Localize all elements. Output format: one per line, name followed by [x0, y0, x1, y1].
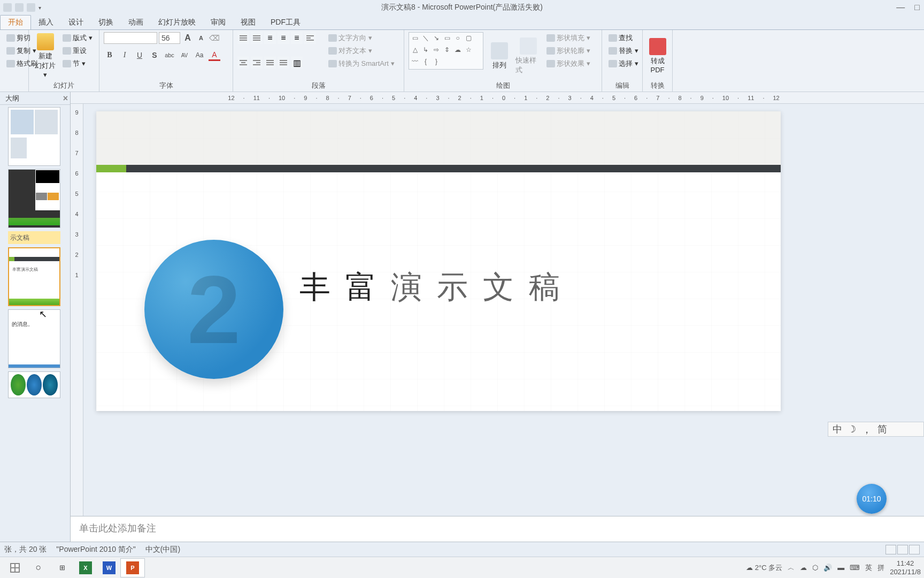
align-center-button[interactable] — [237, 57, 249, 69]
change-case-button[interactable]: Aa — [194, 49, 205, 61]
shapes-gallery[interactable]: ▭ ＼ ↘ ▭ ○ ▢ △ ↳ ⇨ ⇕ ☁ ☆ 〰 { } — [409, 32, 483, 70]
volume-icon[interactable]: 🔊 — [823, 564, 832, 572]
bold-button[interactable]: B — [104, 49, 116, 61]
char-spacing-button[interactable]: AV — [179, 49, 190, 61]
ime-indicator-1[interactable]: 英 — [865, 563, 872, 573]
shape-block-arrow[interactable]: ⇨ — [432, 45, 441, 54]
select-button[interactable]: 选择 ▾ — [606, 58, 641, 70]
shape-arrow[interactable]: ↘ — [432, 34, 441, 42]
sorter-view-button[interactable] — [897, 545, 908, 554]
onedrive-icon[interactable]: ☁ — [800, 564, 807, 572]
convert-pdf-button[interactable]: 转成 PDF — [647, 32, 668, 80]
font-name-input[interactable] — [104, 32, 157, 44]
text-direction-button[interactable]: 文字方向 ▾ — [326, 32, 397, 44]
bullets-button[interactable] — [237, 32, 249, 44]
excel-taskbar-button[interactable]: X — [74, 559, 97, 577]
replace-button[interactable]: 替换 ▾ — [606, 45, 641, 57]
ime-panel[interactable]: 中 ☽ ， 简 — [828, 422, 924, 437]
underline-button[interactable]: U — [134, 49, 145, 61]
task-view-button[interactable]: ⊞ — [50, 559, 74, 577]
justify-button[interactable] — [264, 57, 276, 69]
vertical-ruler[interactable]: 987654321 — [71, 104, 83, 516]
powerpoint-taskbar-button[interactable]: P — [121, 559, 144, 577]
thumbnail-slide-next2[interactable] — [8, 371, 60, 398]
language-status[interactable]: 中文(中国) — [145, 545, 180, 554]
distribute-button[interactable] — [278, 57, 289, 69]
reading-view-button[interactable] — [909, 545, 920, 554]
smartart-button[interactable]: 转换为 SmartArt ▾ — [326, 58, 397, 70]
shrink-font-button[interactable]: A — [195, 32, 207, 44]
shape-line[interactable]: ＼ — [421, 34, 430, 42]
clock[interactable]: 11:42 2021/11/8 — [890, 559, 921, 576]
tab-transitions[interactable]: 切换 — [91, 16, 121, 29]
close-pane-button[interactable]: × — [63, 94, 68, 103]
align-text-button[interactable]: 对齐文本 ▾ — [326, 45, 397, 57]
shape-updown-arrow[interactable]: ⇕ — [442, 45, 452, 54]
keyboard-icon[interactable]: ⌨ — [850, 564, 860, 572]
ime-punct[interactable]: ， — [861, 422, 872, 437]
ime-mode[interactable]: 简 — [877, 423, 887, 436]
thumbnail-slide-prev2[interactable] — [8, 107, 60, 166]
thumbnail-slide-current[interactable]: 丰富演示文稿 — [8, 247, 60, 306]
save-icon[interactable] — [3, 3, 12, 12]
align-right-button[interactable] — [251, 57, 263, 69]
shape-star[interactable]: ☆ — [464, 45, 473, 54]
thumbnail-list[interactable]: 示文稿 丰富演示文稿 的消息。 ↖ — [0, 105, 70, 542]
arrange-button[interactable]: 排列 — [487, 32, 512, 80]
tab-insert[interactable]: 插入 — [31, 16, 61, 29]
slide-number-circle[interactable]: 2 — [144, 240, 283, 379]
columns-button[interactable]: ▥ — [291, 57, 303, 69]
shape-cloud[interactable]: ☁ — [453, 45, 463, 54]
wifi-icon[interactable]: ⬡ — [812, 564, 818, 572]
shape-curve[interactable]: 〰 — [410, 57, 420, 66]
ime-lang[interactable]: 中 — [833, 423, 842, 436]
clear-format-button[interactable]: ⌫ — [209, 32, 220, 44]
section-header[interactable]: 示文稿 — [8, 231, 60, 244]
tab-home[interactable]: 开始 — [0, 15, 31, 29]
find-button[interactable]: 查找 — [606, 32, 641, 44]
battery-icon[interactable]: ▬ — [837, 564, 844, 572]
shape-textbox[interactable]: ▭ — [410, 34, 420, 42]
shape-oval[interactable]: ○ — [453, 34, 463, 42]
redo-icon[interactable] — [27, 3, 35, 12]
horizontal-ruler[interactable]: 12·11·10·9·8·7·6·5·4·3·2·1·0·1·2·3·4·5·6… — [71, 92, 924, 104]
font-color-button[interactable]: A — [209, 49, 220, 61]
word-taskbar-button[interactable]: W — [97, 559, 121, 577]
tab-view[interactable]: 视图 — [233, 16, 263, 29]
tab-slideshow[interactable]: 幻灯片放映 — [151, 16, 203, 29]
tab-pdf-tools[interactable]: PDF工具 — [263, 16, 308, 29]
font-size-input[interactable] — [159, 32, 180, 44]
notes-pane[interactable]: 单击此处添加备注 — [71, 516, 924, 542]
decrease-indent-button[interactable]: ≡ — [264, 32, 276, 44]
line-spacing-button[interactable]: ≡ — [291, 32, 303, 44]
qat-dropdown-icon[interactable]: ▾ — [38, 5, 41, 11]
recording-time-badge[interactable]: 01:10 — [857, 484, 887, 514]
shape-fill-button[interactable]: 形状填充 ▾ — [544, 32, 592, 44]
increase-indent-button[interactable]: ≡ — [278, 32, 289, 44]
shape-outline-button[interactable]: 形状轮廓 ▾ — [544, 45, 592, 57]
weather-widget[interactable]: ☁ 2°C 多云 — [746, 563, 782, 573]
tab-animations[interactable]: 动画 — [121, 16, 151, 29]
shape-triangle[interactable]: △ — [410, 45, 420, 54]
slide-canvas[interactable]: 2 丰 富 演 示 文 稿 — [96, 111, 781, 411]
italic-button[interactable]: I — [119, 49, 130, 61]
tray-chevron-icon[interactable]: ︿ — [788, 563, 795, 573]
slide-title-text[interactable]: 丰 富 演 示 文 稿 — [299, 267, 563, 308]
shape-brace2[interactable]: } — [432, 57, 441, 66]
numbering-button[interactable] — [251, 32, 263, 44]
search-button[interactable]: ○ — [27, 559, 50, 577]
shadow-button[interactable]: S — [149, 49, 160, 61]
strike-button[interactable]: abc — [164, 49, 175, 61]
shape-effects-button[interactable]: 形状效果 ▾ — [544, 58, 592, 70]
outline-tab[interactable]: 大纲 — [2, 93, 22, 104]
align-left-button[interactable] — [304, 32, 316, 44]
shape-brace[interactable]: { — [421, 57, 430, 66]
slide-canvas-scroll[interactable]: 2 丰 富 演 示 文 稿 01:10 — [83, 104, 924, 516]
tab-design[interactable]: 设计 — [61, 16, 91, 29]
thumbnail-slide-prev1[interactable] — [8, 169, 60, 228]
layout-button[interactable]: 版式 ▾ — [60, 32, 95, 44]
start-button[interactable] — [3, 559, 27, 577]
shape-roundrect[interactable]: ▢ — [464, 34, 473, 42]
minimize-button[interactable]: — — [896, 3, 905, 12]
shape-connector[interactable]: ↳ — [421, 45, 430, 54]
